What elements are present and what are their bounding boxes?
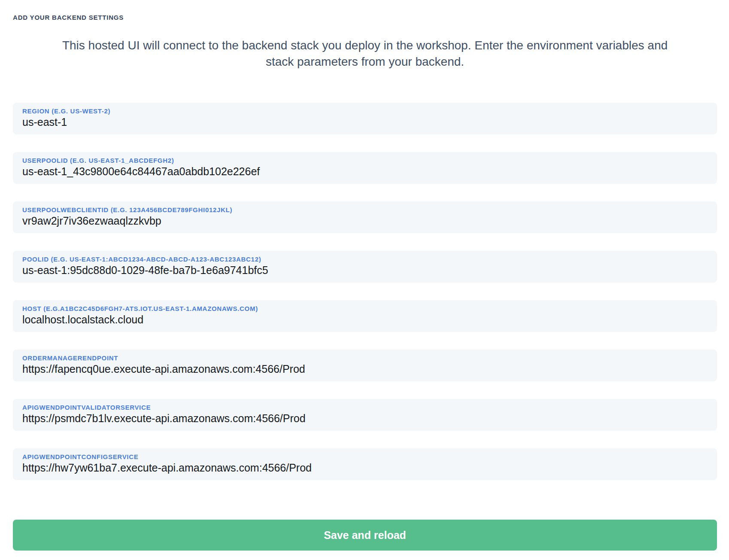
field-host-label: HOST (E.G.A1BC2C45D6FGH7-ATS.IOT.US-EAST…	[22, 305, 708, 312]
field-ordermanagerendpoint-input[interactable]	[22, 363, 708, 375]
field-userpoolwebclientid-input[interactable]	[22, 215, 708, 227]
field-userpoolid-label: USERPOOLID (E.G. US-EAST-1_ABCDEFGH2)	[22, 157, 708, 164]
field-apigwendpointvalidatorservice-input[interactable]	[22, 412, 708, 425]
field-poolid-input[interactable]	[22, 264, 708, 277]
field-host[interactable]: HOST (E.G.A1BC2C45D6FGH7-ATS.IOT.US-EAST…	[13, 300, 717, 332]
field-ordermanagerendpoint-label: ORDERMANAGERENDPOINT	[22, 354, 708, 362]
field-region-input[interactable]	[22, 116, 708, 128]
field-apigwendpointconfigservice[interactable]: APIGWENDPOINTCONFIGSERVICE	[13, 448, 717, 480]
field-poolid[interactable]: POOLID (E.G. US-EAST-1:ABCD1234-ABCD-ABC…	[13, 251, 717, 283]
page-title: ADD YOUR BACKEND SETTINGS	[13, 14, 717, 21]
field-region[interactable]: REGION (E.G. US-WEST-2)	[13, 103, 717, 134]
field-poolid-label: POOLID (E.G. US-EAST-1:ABCD1234-ABCD-ABC…	[22, 256, 708, 263]
backend-settings-page: ADD YOUR BACKEND SETTINGS This hosted UI…	[0, 0, 729, 560]
save-and-reload-button[interactable]: Save and reload	[13, 520, 717, 551]
field-userpoolid-input[interactable]	[22, 165, 708, 178]
field-apigwendpointconfigservice-input[interactable]	[22, 462, 708, 474]
field-ordermanagerendpoint[interactable]: ORDERMANAGERENDPOINT	[13, 350, 717, 381]
field-userpoolid[interactable]: USERPOOLID (E.G. US-EAST-1_ABCDEFGH2)	[13, 152, 717, 184]
intro-text: This hosted UI will connect to the backe…	[47, 37, 683, 70]
settings-form: REGION (E.G. US-WEST-2) USERPOOLID (E.G.…	[13, 103, 717, 480]
field-apigwendpointconfigservice-label: APIGWENDPOINTCONFIGSERVICE	[22, 453, 708, 460]
field-apigwendpointvalidatorservice[interactable]: APIGWENDPOINTVALIDATORSERVICE	[13, 399, 717, 431]
field-userpoolwebclientid-label: USERPOOLWEBCLIENTID (E.G. 123A456BCDE789…	[22, 206, 708, 213]
field-apigwendpointvalidatorservice-label: APIGWENDPOINTVALIDATORSERVICE	[22, 404, 708, 411]
field-userpoolwebclientid[interactable]: USERPOOLWEBCLIENTID (E.G. 123A456BCDE789…	[13, 201, 717, 233]
field-host-input[interactable]	[22, 313, 708, 326]
field-region-label: REGION (E.G. US-WEST-2)	[22, 107, 708, 115]
